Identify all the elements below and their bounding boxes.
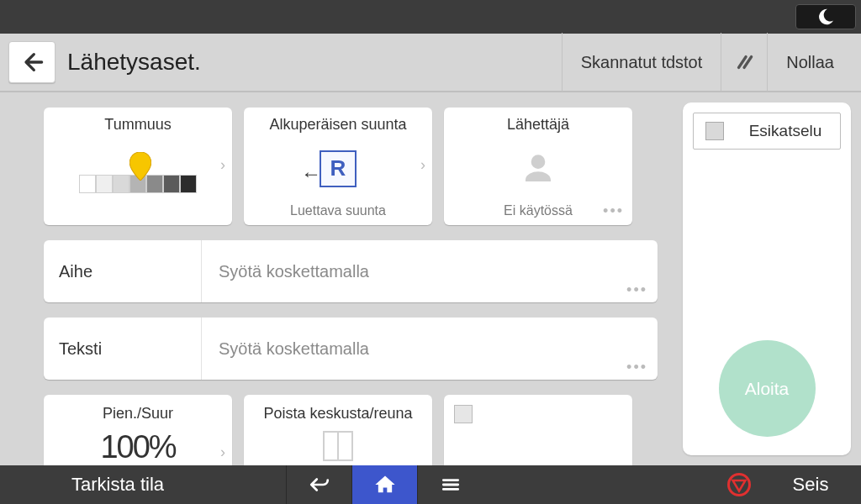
menu-icon bbox=[440, 474, 462, 496]
main-content: Tummuus › Alkuperäisen suunta bbox=[0, 92, 673, 465]
density-marker-icon bbox=[129, 152, 151, 181]
density-swatches bbox=[79, 175, 197, 193]
sender-sub: Ei käytössä bbox=[504, 203, 573, 218]
arrow-left-icon bbox=[20, 50, 44, 74]
header-actions: Skannatut tdstot Nollaa bbox=[562, 33, 853, 92]
check-status-button[interactable]: Tarkista tila bbox=[0, 465, 235, 504]
start-button[interactable]: Aloita bbox=[719, 340, 816, 437]
header: Lähetysaset. Skannatut tdstot Nollaa bbox=[0, 34, 861, 92]
zoom-tile[interactable]: Pien./Suur 100% › bbox=[44, 395, 232, 465]
text-value: Syötä koskettamalla bbox=[202, 339, 369, 359]
more-icon[interactable]: ••• bbox=[626, 281, 647, 299]
reset-icon-button[interactable] bbox=[721, 33, 767, 92]
subject-value: Syötä koskettamalla bbox=[202, 262, 369, 281]
collect-tile[interactable]: Keräily bbox=[444, 395, 632, 465]
preview-checkbox[interactable] bbox=[705, 122, 724, 140]
orientation-tile[interactable]: Alkuperäisen suunta ← R Luettava suunta … bbox=[244, 108, 432, 225]
start-label: Aloita bbox=[745, 379, 790, 399]
text-row[interactable]: Teksti Syötä koskettamalla ••• bbox=[44, 318, 658, 380]
zoom-value: 100% bbox=[100, 429, 175, 465]
double-slash-icon bbox=[733, 51, 755, 73]
preview-label: Esikatselu bbox=[742, 122, 828, 140]
stop-icon bbox=[726, 472, 752, 497]
erase-tile[interactable]: Poista keskusta/reuna bbox=[244, 395, 432, 465]
status-bar bbox=[0, 0, 861, 34]
subject-row[interactable]: Aihe Syötä koskettamalla ••• bbox=[44, 240, 658, 302]
back-button[interactable] bbox=[8, 41, 55, 83]
orientation-sub: Luettava suunta bbox=[290, 203, 386, 218]
sidebar: Esikatselu Aloita bbox=[673, 92, 861, 465]
chevron-right-icon: › bbox=[220, 156, 225, 174]
preview-toggle[interactable]: Esikatselu bbox=[693, 113, 841, 150]
density-tile[interactable]: Tummuus › bbox=[44, 108, 232, 225]
sender-title: Lähettäjä bbox=[507, 116, 569, 134]
home-icon bbox=[373, 473, 397, 496]
navbar: Tarkista tila Seis bbox=[0, 465, 861, 504]
night-mode-button[interactable] bbox=[795, 4, 856, 29]
orientation-icon: ← R bbox=[320, 150, 357, 187]
nav-back-button[interactable] bbox=[286, 465, 351, 504]
sender-tile[interactable]: Lähettäjä Ei käytössä ••• bbox=[444, 108, 632, 225]
zoom-title: Pien./Suur bbox=[103, 405, 173, 423]
text-label: Teksti bbox=[44, 318, 202, 380]
more-icon[interactable]: ••• bbox=[626, 359, 647, 376]
orientation-title: Alkuperäisen suunta bbox=[269, 116, 406, 134]
erase-center-edge-icon bbox=[323, 431, 353, 461]
erase-title: Poista keskusta/reuna bbox=[263, 405, 412, 423]
chevron-right-icon: › bbox=[220, 444, 225, 461]
arrow-left-small-icon: ← bbox=[301, 162, 321, 186]
svg-marker-1 bbox=[733, 480, 746, 491]
sidebar-card: Esikatselu Aloita bbox=[683, 102, 851, 455]
scanned-docs-button[interactable]: Skannatut tdstot bbox=[562, 33, 721, 92]
nav-menu-button[interactable] bbox=[417, 465, 483, 504]
moon-icon bbox=[816, 8, 835, 26]
chevron-right-icon: › bbox=[420, 156, 425, 174]
nav-stop-icon-button[interactable] bbox=[718, 465, 760, 504]
collect-checkbox[interactable] bbox=[454, 405, 473, 423]
page-title: Lähetysaset. bbox=[67, 49, 562, 76]
nav-home-button[interactable] bbox=[351, 465, 417, 504]
reset-button[interactable]: Nollaa bbox=[767, 33, 853, 92]
density-title: Tummuus bbox=[104, 116, 171, 134]
person-icon bbox=[521, 152, 555, 186]
back-arrow-icon bbox=[307, 474, 332, 496]
more-icon[interactable]: ••• bbox=[603, 202, 624, 220]
nav-stop-button[interactable]: Seis bbox=[760, 465, 861, 504]
subject-label: Aihe bbox=[44, 240, 202, 302]
